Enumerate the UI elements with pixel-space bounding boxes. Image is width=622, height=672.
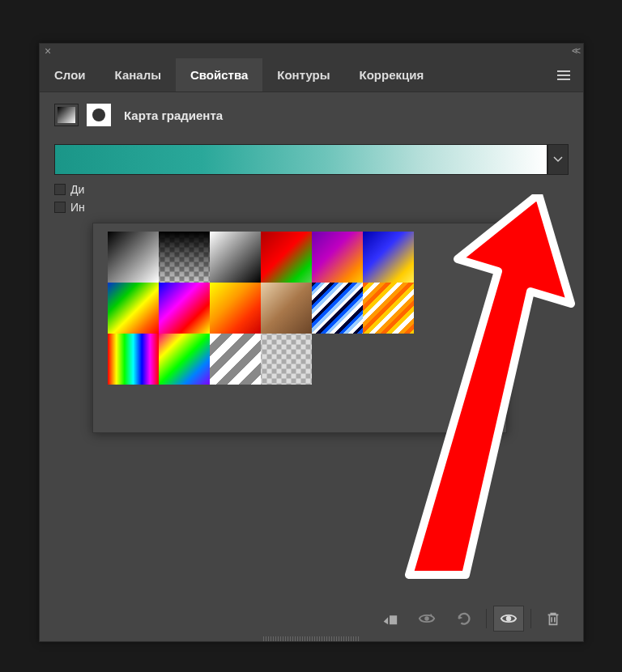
gradient-swatch[interactable] bbox=[261, 283, 312, 334]
collapse-icon[interactable]: << bbox=[572, 45, 578, 57]
divider bbox=[486, 609, 487, 628]
chevron-down-icon bbox=[553, 156, 563, 163]
toggle-visibility-button[interactable] bbox=[493, 606, 524, 632]
footer-row bbox=[374, 606, 569, 632]
panel-menu-icon[interactable] bbox=[544, 68, 583, 83]
layer-mask-icon[interactable] bbox=[87, 104, 111, 126]
gradient-swatch[interactable] bbox=[159, 232, 210, 283]
dither-label: Ди bbox=[70, 183, 84, 196]
gradient-swatch[interactable] bbox=[261, 334, 312, 385]
reset-button[interactable] bbox=[449, 606, 479, 632]
divider bbox=[530, 609, 531, 628]
close-icon[interactable]: × bbox=[45, 45, 51, 57]
gradient-swatch[interactable] bbox=[261, 232, 312, 283]
gradient-swatch[interactable] bbox=[312, 283, 363, 334]
gradient-swatch[interactable] bbox=[108, 283, 159, 334]
svg-point-0 bbox=[424, 616, 429, 621]
gradient-swatch[interactable] bbox=[210, 334, 261, 385]
clip-to-layer-button[interactable] bbox=[374, 606, 405, 632]
tabs-row: Слои Каналы Свойства Контуры Коррекция bbox=[40, 58, 583, 92]
gradient-swatch[interactable] bbox=[159, 283, 210, 334]
view-previous-button[interactable] bbox=[411, 606, 442, 632]
gradient-map-icon[interactable] bbox=[54, 104, 79, 126]
tab-properties[interactable]: Свойства bbox=[176, 58, 262, 91]
tab-channels[interactable]: Каналы bbox=[100, 58, 176, 91]
gradient-swatch[interactable] bbox=[210, 283, 261, 334]
dither-checkbox[interactable] bbox=[54, 184, 66, 195]
panel-header: × << bbox=[40, 44, 583, 58]
resize-handle[interactable] bbox=[263, 636, 360, 641]
tab-paths[interactable]: Контуры bbox=[262, 58, 344, 91]
gear-icon: ⚙ bbox=[471, 240, 483, 255]
reverse-checkbox[interactable] bbox=[54, 202, 66, 213]
gradient-swatch[interactable] bbox=[363, 283, 414, 334]
adjustment-title: Карта градиента bbox=[124, 108, 223, 122]
reverse-label: Ин bbox=[70, 201, 85, 214]
gradient-swatch[interactable] bbox=[312, 232, 363, 283]
dither-checkbox-row[interactable]: Ди bbox=[54, 183, 569, 196]
picker-resize-handle[interactable] bbox=[490, 414, 501, 427]
tab-layers[interactable]: Слои bbox=[40, 58, 100, 91]
gradient-swatch[interactable] bbox=[108, 232, 159, 283]
gradient-preview[interactable] bbox=[54, 144, 547, 175]
delete-button[interactable] bbox=[538, 606, 569, 632]
gradient-swatch[interactable] bbox=[159, 334, 210, 385]
gradient-swatch[interactable] bbox=[108, 334, 159, 385]
gradient-preset-grid bbox=[108, 232, 414, 385]
gradient-swatch[interactable] bbox=[363, 232, 414, 283]
gradient-picker-popup: ⚙ ▾ bbox=[92, 223, 507, 433]
svg-point-1 bbox=[506, 616, 511, 621]
reverse-checkbox-row[interactable]: Ин bbox=[54, 201, 569, 214]
gradient-dropdown-button[interactable] bbox=[547, 144, 569, 175]
content-area: Ди Ин bbox=[40, 138, 583, 225]
picker-menu-button[interactable]: ⚙ ▾ bbox=[471, 240, 488, 255]
tab-adjustments[interactable]: Коррекция bbox=[345, 58, 439, 91]
adjustment-header: Карта градиента bbox=[40, 92, 583, 138]
gradient-swatch[interactable] bbox=[210, 232, 261, 283]
